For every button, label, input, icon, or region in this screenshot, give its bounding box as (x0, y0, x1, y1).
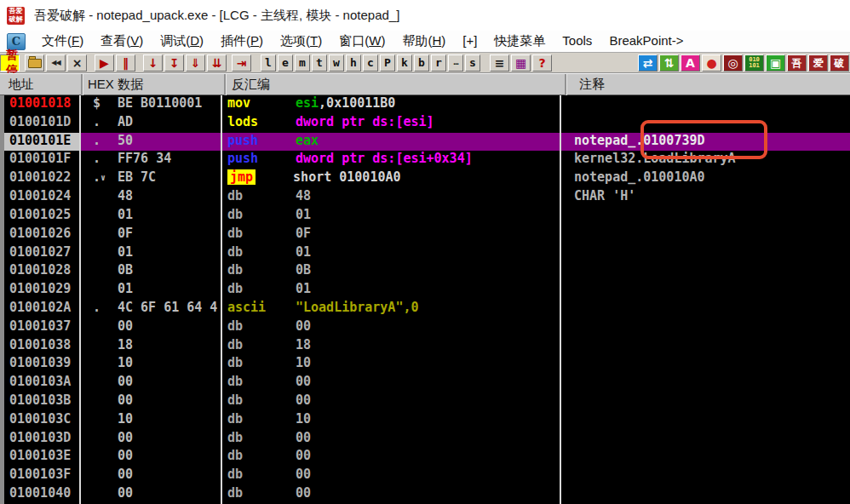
wu-plugin-button[interactable]: 吾 (787, 54, 807, 72)
address-cell: 01001028 (4, 262, 81, 281)
column-header-address[interactable]: 地址 (9, 77, 34, 93)
record-plugin-button[interactable]: ● (702, 54, 721, 72)
disasm-row[interactable]: 0100101E.50pusheaxnotepad_.0100739D (4, 133, 850, 152)
po-plugin-button[interactable]: 破 (830, 54, 849, 72)
close-icon: × (72, 57, 83, 69)
view-threads-icon: t (316, 56, 323, 69)
assembler-plugin-icon: A (686, 57, 695, 69)
disasm-row[interactable]: 0100103818db18 (4, 337, 850, 356)
view-log-button[interactable]: l (261, 54, 276, 72)
disasm-row[interactable]: 0100103D00db00 (4, 430, 850, 449)
column-divider[interactable] (565, 74, 567, 96)
disasm-row[interactable]: 0100103700db00 (4, 318, 850, 337)
menu-item-tools[interactable]: Tools (554, 33, 600, 49)
disasm-row[interactable]: 0100102501db01 (4, 207, 850, 226)
target-plugin-button[interactable]: ◎ (723, 54, 743, 72)
disasm-row[interactable]: 0100102901db01 (4, 281, 850, 300)
menu-item-view[interactable]: 查看(V) (92, 33, 152, 49)
pause-button[interactable]: ‖ (116, 54, 135, 72)
view-threads-button[interactable]: t (312, 54, 327, 72)
view-source-button[interactable]: s (465, 54, 480, 72)
view-references-button[interactable]: r (431, 54, 446, 72)
hex-cell: 0B (81, 262, 222, 281)
dump-plugin-button[interactable]: ⇅ (659, 54, 679, 72)
run-button[interactable]: ▶ (95, 54, 114, 72)
step-over-button[interactable]: ↧ (164, 54, 184, 72)
disasm-row[interactable]: 0100101D.ADlodsdword ptr ds:[esi] (4, 114, 850, 133)
disasm-row[interactable]: 0100103C10db10 (4, 411, 850, 430)
open-folder-icon (28, 59, 42, 68)
view-cpu-button[interactable]: c (363, 54, 378, 72)
window-plugin-button[interactable]: ▣ (766, 54, 785, 72)
disassembly-cell: db48 (222, 188, 561, 207)
view-callstack-button[interactable]: k (397, 54, 412, 72)
disassembly-cell: db01 (222, 281, 561, 300)
hex-cell: 48 (81, 188, 222, 207)
help-button[interactable]: ? (532, 54, 552, 72)
disasm-row[interactable]: 0100103910db10 (4, 355, 850, 374)
disassembly-cell: jmpshort 010010A0 (222, 169, 561, 188)
animate-over-button[interactable]: ⇊ (207, 54, 227, 72)
disassembly-cell: pusheax (222, 133, 561, 152)
comment-cell (561, 485, 850, 504)
menu-item-file[interactable]: 文件(F) (33, 33, 92, 49)
menu-item-plus[interactable]: [+] (454, 33, 485, 49)
view-memory-button[interactable]: m (295, 54, 310, 72)
debugger-window: 吾爱破解 吾爱破解 - notepad_upack.exe - [LCG - 主… (0, 0, 850, 504)
disassembly-cell: db01 (222, 207, 561, 226)
menu-item-window[interactable]: 窗口(W) (330, 33, 393, 49)
view-windows-button[interactable]: w (329, 54, 344, 72)
disasm-row[interactable]: 01001018$BE B0110001movesi,0x10011B0 (4, 95, 850, 114)
comment-cell: notepad_.010010A0 (561, 169, 850, 188)
sync-plugin-button[interactable]: ⇄ (638, 54, 658, 72)
hex-cell: 18 (81, 337, 222, 356)
menu-item-help[interactable]: 帮助(H) (393, 33, 454, 49)
binary-plugin-button[interactable]: 010101 (744, 54, 764, 72)
log-options-button[interactable]: ≡ (490, 54, 509, 72)
menu-item-plugins[interactable]: 插件(P) (212, 33, 272, 49)
view-breakpoints-button[interactable]: b (414, 54, 429, 72)
disasm-row[interactable]: 010010260Fdb0F (4, 226, 850, 244)
open-file-button[interactable] (25, 54, 44, 72)
disasm-row[interactable]: 0100103B00db00 (4, 392, 850, 411)
column-header-disassembly[interactable]: 反汇编 (232, 77, 270, 93)
disasm-row[interactable]: 0100102701db01 (4, 244, 850, 263)
close-button[interactable]: × (67, 54, 87, 72)
column-header-hex[interactable]: HEX 数据 (88, 77, 143, 93)
assembler-plugin-button[interactable]: A (681, 54, 700, 72)
disasm-row[interactable]: 010010280Bdb0B (4, 262, 850, 281)
disasm-row[interactable]: 0100103E00db00 (4, 448, 850, 467)
disasm-row[interactable]: 0100103F00db00 (4, 467, 850, 485)
column-divider[interactable] (81, 74, 83, 96)
plugin-grid-button[interactable]: ▦ (511, 54, 531, 72)
disasm-row[interactable]: 0100104000db00 (4, 485, 850, 504)
disassembly-cell: db0F (222, 226, 561, 244)
disasm-row[interactable]: 0100102448db48CHAR 'H' (4, 188, 850, 207)
view-executables-button[interactable]: e (278, 54, 293, 72)
column-header-comment[interactable]: 注释 (579, 77, 605, 93)
ai-plugin-button[interactable]: 爱 (808, 54, 828, 72)
hex-cell: 01 (81, 207, 222, 226)
record-plugin-icon: ● (706, 57, 716, 69)
disasm-row[interactable]: 01001022.∨EB 7Cjmpshort 010010A0notepad_… (4, 169, 850, 188)
disasm-row[interactable]: 0100101F.FF76 34pushdword ptr ds:[esi+0x… (4, 151, 850, 169)
view-callstack-icon: k (401, 56, 408, 69)
menu-item-breakpoint[interactable]: BreakPoint-> (600, 33, 692, 49)
view-handles-button[interactable]: h (346, 54, 361, 72)
disasm-row[interactable]: 0100103A00db00 (4, 374, 850, 392)
animate-into-button[interactable]: ⇓ (186, 54, 205, 72)
restart-button[interactable]: ◀◀ (46, 54, 66, 72)
sync-plugin-icon: ⇄ (643, 57, 653, 69)
view-runtrace-button[interactable]: ... (448, 54, 463, 72)
po-plugin-icon: 破 (835, 58, 845, 68)
menu-item-shortcut[interactable]: 快捷菜单 (485, 33, 554, 49)
menu-item-debug[interactable]: 调试(D) (152, 33, 212, 49)
menu-item-options[interactable]: 选项(T) (272, 33, 330, 49)
view-patches-button[interactable]: P (380, 54, 395, 72)
step-into-button[interactable]: ↓ (143, 54, 163, 72)
disassembly-cell: db00 (222, 430, 561, 449)
run-to-return-button[interactable]: ⇥ (232, 54, 251, 72)
disasm-row[interactable]: 0100102A.4C 6F 61 64 4ascii"LoadLibraryA… (4, 300, 850, 318)
column-divider[interactable] (224, 74, 227, 96)
address-cell: 01001018 (4, 95, 81, 114)
